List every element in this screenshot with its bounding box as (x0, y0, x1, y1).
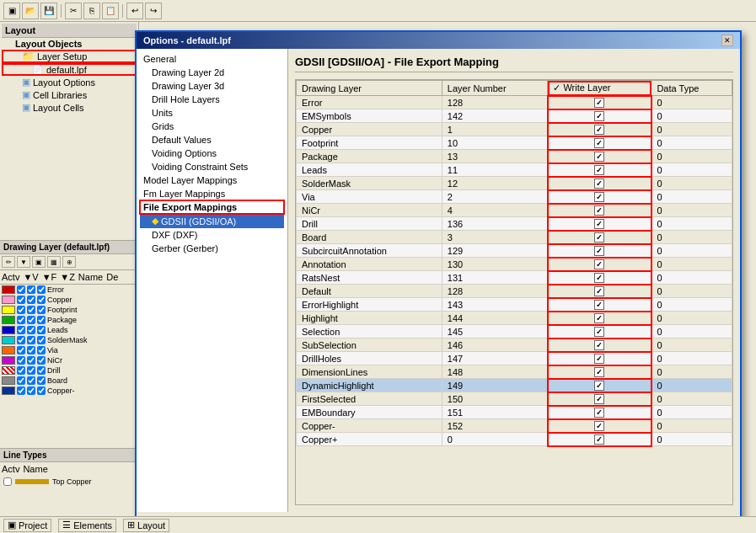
layer-checkbox[interactable] (17, 336, 25, 344)
write-layer-checkbox[interactable] (594, 286, 604, 296)
cell-write-layer[interactable] (548, 406, 651, 419)
table-row[interactable]: Default1280 (297, 285, 732, 298)
table-row[interactable]: Copper+00 (297, 433, 732, 446)
write-layer-checkbox[interactable] (594, 152, 604, 162)
layer-v-checkbox[interactable] (27, 326, 35, 334)
status-elements[interactable]: ☰ Elements (58, 519, 116, 532)
cut-button[interactable]: ✂ (65, 3, 82, 19)
drawing-tool-btn3[interactable]: ▣ (32, 256, 46, 268)
drawing-tool-btn2[interactable]: ▼ (17, 256, 30, 268)
table-row[interactable]: Drill1360 (297, 217, 732, 231)
write-layer-checkbox[interactable] (594, 138, 604, 148)
dtree-voiding-options[interactable]: Voiding Options (140, 147, 284, 160)
write-layer-checkbox[interactable] (594, 273, 604, 283)
cell-write-layer[interactable] (548, 163, 651, 177)
write-layer-checkbox[interactable] (594, 179, 604, 189)
layer-f-checkbox[interactable] (37, 296, 46, 304)
cell-write-layer[interactable] (548, 244, 651, 258)
layer-checkbox[interactable] (17, 366, 25, 375)
layer-v-checkbox[interactable] (27, 316, 35, 324)
cell-write-layer[interactable] (548, 217, 651, 231)
dtree-file-export-mappings[interactable]: File Export Mappings (140, 200, 284, 214)
layer-checkbox[interactable] (17, 296, 25, 304)
write-layer-checkbox[interactable] (594, 354, 604, 364)
table-row[interactable]: Annotation1300 (297, 258, 732, 271)
layer-v-checkbox[interactable] (27, 306, 35, 314)
table-row[interactable]: Highlight1440 (297, 312, 732, 325)
layer-row-drill[interactable]: Drill (0, 365, 138, 376)
layer-f-checkbox[interactable] (37, 326, 46, 334)
table-row[interactable]: Copper10 (297, 123, 732, 136)
cell-write-layer[interactable] (548, 190, 651, 204)
layer-row-board[interactable]: Board (0, 376, 138, 386)
dtree-fm-layer-mappings[interactable]: Fm Layer Mappings (140, 187, 284, 200)
layer-v-checkbox[interactable] (27, 296, 35, 304)
write-layer-checkbox[interactable] (594, 408, 604, 418)
table-row[interactable]: DynamicHighlight1490 (297, 379, 732, 392)
sidebar-item-default-lpf[interactable]: 📄 default.lpf (2, 63, 137, 76)
cell-write-layer[interactable] (548, 392, 651, 406)
line-type-row-top-copper[interactable]: Top Copper (0, 476, 138, 488)
layer-row-leads[interactable]: Leads (0, 325, 138, 335)
write-layer-checkbox[interactable] (594, 98, 604, 108)
cell-write-layer[interactable] (548, 258, 651, 271)
save-button[interactable]: 💾 (40, 3, 57, 19)
cell-write-layer[interactable] (548, 325, 651, 338)
write-layer-checkbox[interactable] (594, 340, 604, 350)
undo-button[interactable]: ↩ (126, 3, 143, 19)
cell-write-layer[interactable] (548, 298, 651, 312)
table-row[interactable]: Error1280 (297, 96, 732, 109)
table-row[interactable]: SubcircuitAnnotation1290 (297, 244, 732, 258)
paste-button[interactable]: 📋 (102, 3, 119, 19)
table-row[interactable]: FirstSelected1500 (297, 392, 732, 406)
layer-v-checkbox[interactable] (27, 285, 35, 294)
cell-write-layer[interactable] (548, 312, 651, 325)
cell-write-layer[interactable] (548, 136, 651, 150)
write-layer-checkbox[interactable] (594, 125, 604, 135)
write-layer-checkbox[interactable] (594, 205, 604, 216)
table-row[interactable]: RatsNest1310 (297, 271, 732, 285)
write-layer-checkbox[interactable] (594, 394, 604, 404)
cell-write-layer[interactable] (548, 285, 651, 298)
layer-checkbox[interactable] (17, 326, 25, 334)
open-button[interactable]: 📂 (22, 3, 39, 19)
layer-f-checkbox[interactable] (37, 376, 46, 385)
cell-write-layer[interactable] (548, 96, 651, 109)
sidebar-item-layout-options[interactable]: ▣ Layout Options (2, 76, 137, 88)
table-row[interactable]: Footprint100 (297, 136, 732, 150)
layer-v-checkbox[interactable] (27, 356, 35, 365)
write-layer-checkbox[interactable] (594, 434, 604, 445)
table-row[interactable]: SubSelection1460 (297, 338, 732, 352)
layer-v-checkbox[interactable] (27, 386, 35, 395)
table-row[interactable]: ErrorHighlight1430 (297, 298, 732, 312)
dtree-dxf[interactable]: DXF (DXF) (140, 228, 284, 242)
dtree-grids[interactable]: Grids (140, 120, 284, 133)
table-row[interactable]: EMSymbols1420 (297, 109, 732, 123)
cell-write-layer[interactable] (548, 150, 651, 163)
status-project[interactable]: ▣ Project (3, 519, 51, 532)
cell-write-layer[interactable] (548, 379, 651, 392)
layer-f-checkbox[interactable] (37, 285, 46, 294)
layer-f-checkbox[interactable] (37, 356, 46, 365)
write-layer-checkbox[interactable] (594, 313, 604, 323)
layer-row-package[interactable]: Package (0, 315, 138, 325)
layer-checkbox[interactable] (17, 316, 25, 324)
layer-row-footprint[interactable]: Footprint (0, 305, 138, 315)
layer-checkbox[interactable] (17, 306, 25, 314)
table-row[interactable]: NiCr40 (297, 204, 732, 217)
layer-v-checkbox[interactable] (27, 376, 35, 385)
dtree-drill-hole-layers[interactable]: Drill Hole Layers (140, 93, 284, 106)
layer-f-checkbox[interactable] (37, 346, 46, 354)
cell-write-layer[interactable] (548, 177, 651, 190)
dtree-general[interactable]: General (140, 52, 284, 66)
line-type-checkbox[interactable] (3, 477, 12, 486)
dtree-gdsii[interactable]: ◆ GDSII (GDSII/OA) (140, 214, 284, 228)
write-layer-checkbox[interactable] (594, 421, 604, 431)
dtree-gerber[interactable]: Gerber (Gerber) (140, 242, 284, 255)
write-layer-checkbox[interactable] (594, 165, 604, 175)
table-row[interactable]: Package130 (297, 150, 732, 163)
cell-write-layer[interactable] (548, 419, 651, 433)
write-layer-checkbox[interactable] (594, 367, 604, 377)
new-button[interactable]: ▣ (3, 3, 20, 19)
sidebar-item-layer-setup[interactable]: 📁 Layer Setup (2, 50, 137, 63)
